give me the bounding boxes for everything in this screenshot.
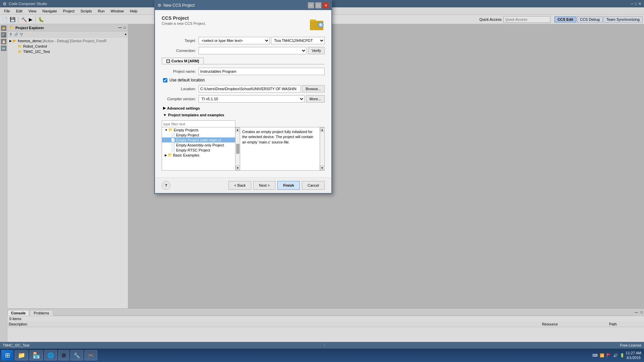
tmpl-item-empty-project[interactable]: 📄 Empty Project xyxy=(162,132,235,137)
cancel-button[interactable]: Cancel xyxy=(302,181,325,190)
taskbar-file-explorer[interactable]: 📁 xyxy=(15,350,28,360)
status-project-name: TM4C_I2C_Test xyxy=(3,343,29,347)
browse-button[interactable]: Browse... xyxy=(302,85,325,93)
project-templates-label: Project templates and examples xyxy=(168,113,224,117)
taskbar-systray: ⌨ 📶 🚩 🔊 🔋 xyxy=(592,353,625,358)
clock-time: 11:27 AM xyxy=(626,351,641,355)
dialog-project-icon xyxy=(309,15,325,32)
templates-container: ▼ 📁 Empty Projects 📄 Empty Project xyxy=(162,127,325,171)
systray-flag-icon: 🚩 xyxy=(606,353,611,358)
connection-control: Verify xyxy=(199,47,325,54)
tmpl-item-empty-project-mainc[interactable]: 📄 Empty Project (with main.c) xyxy=(162,137,235,142)
tmpl-group-basic-examples[interactable]: ▶ 📁 Basic Examples xyxy=(162,153,235,158)
templates-scrollbar[interactable]: ▲ ▼ xyxy=(235,127,240,171)
dialog-section-subtitle: Create a new CCS Project. xyxy=(162,21,305,25)
dialog-section-title: CCS Project xyxy=(162,15,305,21)
tmpl-item-empty-assembly[interactable]: 📄 Empty Assembly-only Project xyxy=(162,142,235,147)
compiler-version-select[interactable]: TI v5.1.10 xyxy=(199,95,305,103)
compiler-version-label: Compiler version: xyxy=(162,97,199,101)
dialog-title-text: New CCS Project xyxy=(163,3,195,8)
default-location-checkbox[interactable] xyxy=(163,78,167,82)
ide-status-bar: TM4C_I2C_Test ⋮ Free License xyxy=(0,342,644,349)
location-label: Location: xyxy=(162,87,199,91)
taskbar-game[interactable]: 🎮 xyxy=(85,350,97,360)
connection-select[interactable] xyxy=(199,47,307,54)
templates-expand-icon: ▼ xyxy=(163,113,167,117)
tmpl-label-empty-assembly: Empty Assembly-only Project xyxy=(176,143,224,147)
more-button[interactable]: More... xyxy=(306,95,325,103)
dialog-title-icon: ⚙ xyxy=(158,3,161,8)
tab-bar: 🔲 Cortex M [ARM] xyxy=(162,58,325,64)
dialog-maximize-btn[interactable]: □ xyxy=(315,2,321,8)
taskbar-chrome[interactable]: 🌐 xyxy=(44,350,57,360)
dialog-section-header: CCS Project Create a new CCS Project. xyxy=(162,15,325,32)
compiler-version-control: TI v5.1.10 More... xyxy=(199,95,325,103)
location-input[interactable] xyxy=(199,85,301,93)
taskbar-ccs[interactable]: ⚙ xyxy=(58,350,69,360)
tmpl-label-empty-projects: Empty Projects xyxy=(174,128,199,132)
tab-chip-icon: 🔲 xyxy=(166,59,170,63)
project-name-label: Project name: xyxy=(162,69,199,73)
desc-scroll-up[interactable]: ▲ xyxy=(320,127,325,132)
default-location-label: Use default location xyxy=(169,78,205,82)
connection-label: Connection: xyxy=(162,49,199,53)
default-location-row: Use default location xyxy=(162,78,325,82)
dialog-close-btn[interactable]: ✕ xyxy=(323,2,329,8)
start-button[interactable]: ⊞ xyxy=(1,350,13,361)
location-row: Location: Browse... xyxy=(162,85,325,93)
systray-battery-icon: 🔋 xyxy=(620,353,625,358)
tab-cortex-m[interactable]: 🔲 Cortex M [ARM] xyxy=(162,58,204,64)
systray-speaker-icon: 🔊 xyxy=(613,353,618,358)
templates-tree[interactable]: ▼ 📁 Empty Projects 📄 Empty Project xyxy=(162,127,235,171)
desc-scroll-down[interactable]: ▼ xyxy=(320,166,325,170)
target-device-select[interactable]: Tiva TM4C1294NCPDT xyxy=(271,37,325,44)
tab-section: 🔲 Cortex M [ARM] xyxy=(162,58,325,64)
back-button[interactable]: < Back xyxy=(228,181,251,190)
advanced-settings-label: Advanced settings xyxy=(167,106,200,110)
location-control: Browse... xyxy=(199,85,325,93)
tmpl-folder-icon-basic: 📁 xyxy=(168,153,172,157)
project-name-input[interactable] xyxy=(199,68,325,75)
new-ccs-project-dialog: ⚙ New CCS Project ─ □ ✕ CCS Project Crea… xyxy=(154,0,332,194)
dialog-minimize-btn[interactable]: ─ xyxy=(308,2,314,8)
target-control: <select or type filter text> Tiva TM4C12… xyxy=(199,37,325,44)
help-button[interactable]: ? xyxy=(162,181,170,190)
target-label: Target: xyxy=(162,39,199,43)
taskbar-settings[interactable]: 🔧 xyxy=(70,350,83,360)
next-button[interactable]: Next > xyxy=(253,181,275,190)
templates-desc-scrollbar[interactable]: ▲ ▼ xyxy=(320,127,325,171)
advanced-settings-section: ▶ Advanced settings xyxy=(162,105,325,111)
systray-keyboard-icon: ⌨ xyxy=(592,353,598,358)
templates-filter-input[interactable] xyxy=(162,120,235,127)
tmpl-doc-icon-1: 📄 xyxy=(171,133,175,137)
compiler-version-row: Compiler version: TI v5.1.10 More... xyxy=(162,95,325,103)
scroll-thumb[interactable] xyxy=(236,144,239,154)
connection-row: Connection: Verify xyxy=(162,47,325,54)
project-templates-section: ▼ Project templates and examples xyxy=(162,112,325,171)
tmpl-group-empty-projects[interactable]: ▼ 📁 Empty Projects xyxy=(162,127,235,132)
project-templates-header[interactable]: ▼ Project templates and examples xyxy=(162,112,325,118)
scroll-up-arrow[interactable]: ▲ xyxy=(235,127,240,132)
tmpl-expand-basic: ▶ xyxy=(165,154,167,157)
verify-button[interactable]: Verify xyxy=(308,47,325,54)
templates-desc-text: Creates an empty project fully initializ… xyxy=(242,130,313,144)
advanced-expand-icon: ▶ xyxy=(163,106,166,110)
status-license: Free License xyxy=(620,343,641,347)
tmpl-doc-icon-4: 📄 xyxy=(171,148,175,152)
tmpl-folder-icon-empty: 📁 xyxy=(168,128,173,132)
templates-section: ▼ 📁 Empty Projects 📄 Empty Project xyxy=(162,120,325,171)
taskbar-clock[interactable]: 11:27 AM 3/1/2015 xyxy=(626,351,643,360)
scroll-down-arrow[interactable]: ▼ xyxy=(235,166,240,170)
target-row: Target: <select or type filter text> Tiv… xyxy=(162,37,325,44)
advanced-settings-header[interactable]: ▶ Advanced settings xyxy=(162,105,325,111)
dialog-titlebar: ⚙ New CCS Project ─ □ ✕ xyxy=(155,1,331,10)
tmpl-label-empty-project: Empty Project xyxy=(176,133,199,137)
taskbar-app-store[interactable]: 🏪 xyxy=(30,350,43,360)
dialog-window-controls: ─ □ ✕ xyxy=(308,2,329,8)
tmpl-item-empty-rtsc[interactable]: 📄 Empty RTSC Project xyxy=(162,147,235,153)
footer-nav-buttons: < Back Next > Finish Cancel xyxy=(228,181,325,190)
finish-button[interactable]: Finish xyxy=(277,181,300,190)
modal-overlay: ⚙ New CCS Project ─ □ ✕ CCS Project Crea… xyxy=(0,0,644,362)
tmpl-doc-icon-2: 📄 xyxy=(171,138,175,142)
target-select[interactable]: <select or type filter text> xyxy=(199,37,270,44)
